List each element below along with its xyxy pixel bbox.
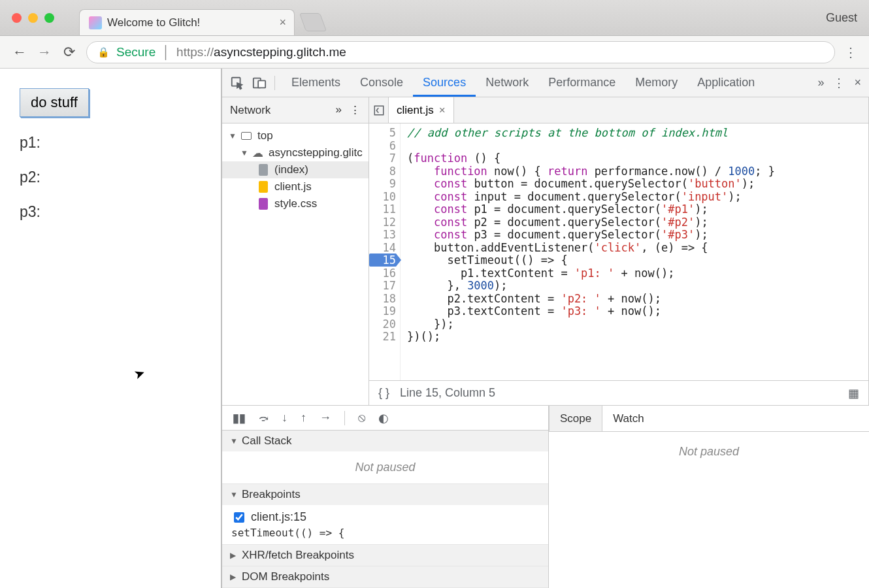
close-window-button[interactable] [12,13,22,23]
device-toggle-icon[interactable] [252,76,267,90]
debugger-pane: ▮▮ ⤼ ↓ ↑ → ⦸ ◐ ▼Call Stack Not paused [222,405,869,588]
secure-label: Secure [116,45,156,59]
editor-file-tab[interactable]: client.js × [389,97,454,123]
browser-tab[interactable]: Welcome to Glitch! × [79,9,295,35]
close-file-tab-icon[interactable]: × [439,104,446,117]
devtools-tab-memory[interactable]: Memory [625,69,687,97]
chrome-tab-strip: Welcome to Glitch! × Guest [0,0,869,36]
minimize-window-button[interactable] [28,13,38,23]
breakpoint-item[interactable]: client.js:15 [231,510,539,524]
maximize-window-button[interactable] [44,13,54,23]
chrome-menu-icon[interactable]: ⋮ [844,44,857,60]
code-lines[interactable]: // add other scripts at the bottom of in… [401,123,775,380]
debugger-toolbar: ▮▮ ⤼ ↓ ↑ → ⦸ ◐ [222,406,548,431]
navigator-tab[interactable]: Network [230,104,271,117]
tree-file[interactable]: client.js [222,178,369,195]
devtools-tab-application[interactable]: Application [687,69,764,97]
step-into-button[interactable]: ↓ [282,411,287,425]
deactivate-breakpoints-button[interactable]: ⦸ [358,411,365,425]
devtools-close-icon[interactable]: × [854,76,861,90]
tree-domain[interactable]: ▼ asyncstepping.glitc [222,144,369,161]
call-stack-header[interactable]: ▼Call Stack [222,431,548,451]
coverage-toggle-icon[interactable]: ▦ [848,386,859,400]
close-tab-icon[interactable]: × [279,16,286,29]
cursor-position: Line 15, Column 5 [400,386,495,400]
devtools-tab-network[interactable]: Network [476,69,538,97]
devtools-tab-sources[interactable]: Sources [413,69,476,97]
navigator-overflow-icon[interactable]: » [336,103,342,117]
devtools-tabs: ElementsConsoleSourcesNetworkPerformance… [222,69,869,97]
address-bar-row: ← → ⟳ 🔒 Secure │ https://asyncstepping.g… [0,36,869,69]
devtools-tab-elements[interactable]: Elements [282,69,350,97]
p3-output: p3: [20,203,201,221]
omnibox[interactable]: 🔒 Secure │ https://asyncstepping.glitch.… [86,41,835,63]
tree-file[interactable]: (index) [222,161,369,178]
reload-button[interactable]: ⟳ [61,44,77,61]
step-over-button[interactable]: ⤼ [259,411,269,425]
do-stuff-button[interactable]: do stuff [20,88,89,117]
pause-on-exceptions-button[interactable]: ◐ [378,411,389,425]
step-button[interactable]: → [320,411,331,425]
editor-nav-icon[interactable] [369,97,389,123]
pause-button[interactable]: ▮▮ [233,411,246,425]
step-out-button[interactable]: ↑ [301,411,306,425]
inspect-element-icon[interactable] [230,76,244,90]
forward-button: → [37,44,52,61]
breakpoint-checkbox[interactable] [234,512,244,523]
overflow-tabs-icon[interactable]: » [817,76,824,90]
breakpoint-code-preview: setTimeout(() => { [231,524,539,539]
profile-label[interactable]: Guest [826,11,857,25]
navigator-menu-icon[interactable]: ⋮ [350,103,361,117]
navigator-pane: Network » ⋮ ▼ top ▼ asyncstepping.glitc [222,97,369,405]
watch-tab[interactable]: Watch [602,406,655,431]
format-code-icon[interactable]: { } [378,386,389,400]
scope-empty: Not paused [549,432,869,588]
tree-file[interactable]: style.css [222,195,369,212]
devtools-menu-icon[interactable]: ⋮ [833,76,845,90]
url-scheme: https:// [176,45,214,59]
svg-rect-2 [258,80,265,88]
glitch-favicon [89,16,102,29]
page-viewport: do stuff p1: p2: p3: [0,69,222,588]
breakpoints-header[interactable]: ▼Breakpoints [222,484,548,505]
lock-icon: 🔒 [97,46,110,58]
line-gutter[interactable]: 56789101112131415161718192021 [369,123,401,380]
new-tab-button[interactable] [299,13,327,31]
file-tree: ▼ top ▼ asyncstepping.glitc (index)clien… [222,123,369,212]
tree-top[interactable]: ▼ top [222,127,369,144]
code-editor: client.js × 5678910111213141516171819202… [369,97,869,405]
p1-output: p1: [20,134,201,152]
svg-rect-3 [374,106,384,115]
scope-tab[interactable]: Scope [549,406,602,431]
xhr-breakpoints-header[interactable]: ▶XHR/fetch Breakpoints [222,545,548,566]
back-button[interactable]: ← [12,44,27,61]
devtools-tab-console[interactable]: Console [350,69,413,97]
devtools-tab-performance[interactable]: Performance [538,69,625,97]
tab-title: Welcome to Glitch! [107,16,274,29]
url-host: asyncstepping.glitch.me [214,45,346,59]
devtools-panel: ElementsConsoleSourcesNetworkPerformance… [222,69,869,588]
p2-output: p2: [20,169,201,186]
dom-breakpoints-header[interactable]: ▶DOM Breakpoints [222,566,548,587]
call-stack-empty: Not paused [222,451,548,483]
